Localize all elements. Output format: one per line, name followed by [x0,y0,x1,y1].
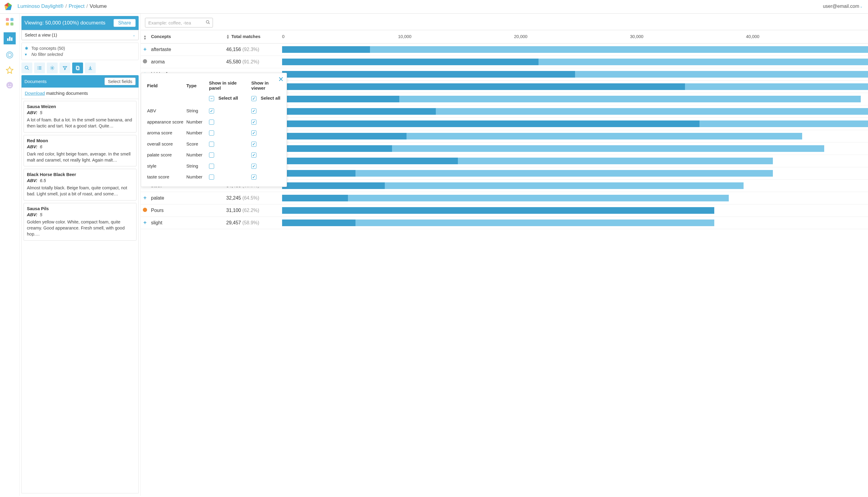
documents-list[interactable]: Sausa WeizenABV: 5A lot of foam. But a l… [22,99,139,493]
svg-rect-5 [11,18,14,21]
bar-chart-icon [6,35,13,42]
search-icon[interactable] [206,20,210,25]
checkbox-viewer[interactable] [251,164,256,169]
checkbox-viewer[interactable] [251,119,256,125]
concept-row[interactable]: aroma45,580 (91.2%) [141,56,868,68]
pct-value: (62.2%) [242,208,259,213]
checkbox-indeterminate-icon[interactable] [209,96,214,101]
sidebar-tabstrip [22,62,139,73]
rail-dashboard-icon[interactable] [5,17,14,26]
concept-row[interactable]: Pours31,100 (62.2%) [141,204,868,217]
share-button[interactable]: Share [114,19,136,27]
concept-row[interactable]: +aftertaste46,156 (92.3%) [141,43,868,56]
checkbox-side-panel[interactable] [209,174,214,180]
matching-docs-label: matching documents [46,90,88,96]
concepts-table-header: ▲▼ Concepts ▲▼ Total matches 010,00020,0… [141,30,868,43]
sort-arrows-icon: ▲▼ [226,34,229,40]
gear-icon: ✱ [25,46,29,51]
bar-chart-row [282,157,868,165]
tab-search-icon[interactable] [22,62,32,73]
tab-filter-icon[interactable] [59,62,70,73]
concept-row[interactable]: +slight29,457 (58.9%) [141,217,868,229]
top-concepts-text: Top concepts (50) [31,46,65,51]
field-type: Score [185,138,208,150]
breadcrumb-project[interactable]: Project [69,3,85,9]
tab-download-icon[interactable] [85,62,96,73]
axis-tick: 30,000 [630,34,746,39]
top-concepts-line[interactable]: ✱ Top concepts (50) [25,45,135,51]
rail-sentiment-icon[interactable] [5,81,14,90]
concept-name: aftertaste [151,47,171,52]
bar-chart-row [282,182,868,190]
document-card[interactable]: Red MoonABV: 6Dark red color, light beig… [24,135,137,167]
checkbox-viewer[interactable] [251,109,256,114]
svg-rect-7 [11,23,14,26]
concept-row[interactable]: +palate32,245 (64.5%) [141,192,868,204]
no-filter-line[interactable]: ▾ No filter selected [25,51,135,57]
download-link[interactable]: Download [25,90,45,96]
svg-point-13 [6,82,13,88]
rail-favorites-icon[interactable] [5,66,14,74]
rail-galaxy-icon[interactable] [5,51,14,59]
bar-chart-row [282,107,868,116]
select-view-dropdown[interactable]: Select a view (1) ⌄ [22,30,139,40]
bar-chart-row [282,45,868,54]
select-all-side-panel[interactable]: Select all [208,94,250,105]
sort-arrows-icon[interactable]: ▲▼ [141,33,149,40]
document-card[interactable]: Sausa WeizenABV: 5A lot of foam. But a l… [24,101,137,132]
svg-line-17 [28,69,29,70]
select-fields-button[interactable]: Select fields [104,77,136,85]
checkbox-side-panel[interactable] [209,142,214,147]
breadcrumb-brand[interactable]: Luminoso Daylight® [17,3,63,9]
bar-chart-row [282,144,868,153]
field-row: palate scoreNumber [146,150,282,161]
orange-dot-icon [143,208,147,212]
user-menu[interactable]: user@email.com ⌄ [823,4,863,9]
tab-list-icon[interactable] [34,62,45,73]
field-name: overall score [146,138,185,150]
plus-icon[interactable]: + [143,219,147,226]
search-box[interactable] [145,18,213,27]
total-column-header[interactable]: ▲▼ Total matches [226,34,282,40]
search-input[interactable] [148,20,206,25]
plus-icon[interactable]: + [143,195,147,201]
close-icon[interactable]: ✕ [278,75,284,83]
concept-name: palate [151,195,164,201]
topbar: Luminoso Daylight® / Project / Volume us… [0,0,868,14]
tab-settings-icon[interactable] [47,62,58,73]
select-all-viewer[interactable]: Select all [250,94,282,105]
col-side: Show in side panel [208,77,250,94]
bar-chart-row [282,132,868,140]
concept-name: aroma [151,59,165,65]
checkbox-side-panel[interactable] [209,164,214,169]
total-value: 31,100 (62.2%) [226,208,259,213]
tab-documents-icon[interactable] [72,62,83,73]
checkbox-viewer[interactable] [251,130,256,136]
bar-chart-row [282,169,868,178]
field-type: Number [185,116,208,127]
rail-volume-icon[interactable] [4,32,16,44]
axis-tick: 0 [282,34,398,39]
document-card[interactable]: Black Horse Black BeerABV: 6.5Almost tot… [24,169,137,200]
checkbox-side-panel[interactable] [209,109,214,114]
svg-point-24 [52,67,53,69]
checkbox-side-panel[interactable] [209,153,214,158]
checkbox-side-panel[interactable] [209,130,214,136]
svg-point-27 [206,20,209,23]
concept-name: slight [151,220,162,226]
bar-chart-row [282,70,868,79]
plus-icon[interactable]: + [143,46,147,52]
axis-tick: 20,000 [514,34,630,39]
checkbox-viewer[interactable] [251,142,256,147]
concepts-column-header[interactable]: Concepts [149,34,226,39]
field-name: ABV [146,105,185,116]
checkbox-viewer[interactable] [251,153,256,158]
checkbox-viewer[interactable] [251,174,256,180]
document-card[interactable]: Sausa PilsABV: 5Golden yellow color. Whi… [24,203,137,241]
select-view-label: Select a view (1) [25,33,57,38]
breadcrumb: Luminoso Daylight® / Project / Volume [4,2,106,11]
documents-title: Documents [25,79,46,84]
checkbox-icon[interactable] [251,96,256,101]
checkbox-side-panel[interactable] [209,119,214,125]
select-all-row: Select all Select all [146,94,282,105]
